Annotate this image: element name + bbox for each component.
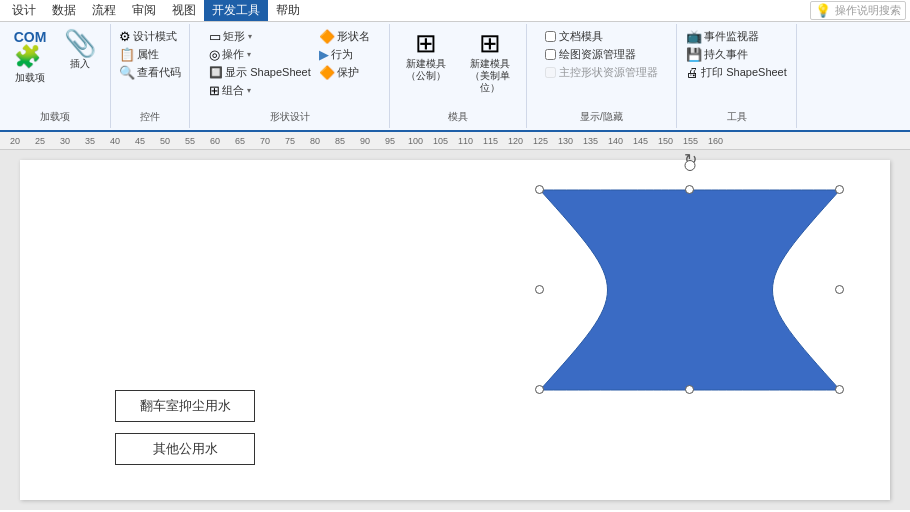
textbox-2[interactable]: 其他公用水 bbox=[115, 433, 255, 465]
protect-label: 保护 bbox=[337, 65, 359, 80]
ruler-tick: 60 bbox=[210, 136, 220, 146]
group-addin: COM🧩 加载项 📎 插入 加载项 bbox=[0, 24, 111, 128]
group-button[interactable]: ⊞ 组合 ▾ bbox=[207, 82, 313, 99]
menu-search[interactable]: 💡 操作说明搜索 bbox=[810, 1, 906, 20]
menu-design[interactable]: 设计 bbox=[4, 0, 44, 21]
handle-tr[interactable] bbox=[835, 185, 844, 194]
group-label: 组合 bbox=[222, 83, 244, 98]
doc-stencil-checkbox-row[interactable]: 文档模具 bbox=[545, 28, 658, 45]
menu-view[interactable]: 视图 bbox=[164, 0, 204, 21]
rect-icon: ▭ bbox=[209, 29, 221, 44]
ruler-tick: 130 bbox=[558, 136, 573, 146]
rect-button[interactable]: ▭ 矩形 ▾ bbox=[207, 28, 313, 45]
com-addin-button[interactable]: COM🧩 加载项 bbox=[6, 28, 54, 86]
addin-content: COM🧩 加载项 📎 插入 bbox=[6, 28, 104, 108]
ruler-tick: 20 bbox=[10, 136, 20, 146]
event-monitor-icon: 📺 bbox=[686, 29, 702, 44]
ruler-tick: 145 bbox=[633, 136, 648, 146]
menu-flow[interactable]: 流程 bbox=[84, 0, 124, 21]
group-tools: 📺 事件监视器 💾 持久事件 🖨 打印 ShapeSheet 工具 bbox=[677, 24, 797, 128]
ruler-tick: 50 bbox=[160, 136, 170, 146]
shape-container[interactable]: ↻ bbox=[530, 180, 850, 400]
textbox-1[interactable]: 翻车室抑尘用水 bbox=[115, 390, 255, 422]
handle-tm[interactable] bbox=[685, 185, 694, 194]
ruler-tick: 65 bbox=[235, 136, 245, 146]
controls-content: ⚙ 设计模式 📋 属性 🔍 查看代码 bbox=[117, 28, 183, 108]
menu-help[interactable]: 帮助 bbox=[268, 0, 308, 21]
display-shapesheet-icon: 🔲 bbox=[209, 66, 223, 79]
com-addin-label: 加载项 bbox=[15, 72, 45, 84]
print-shapesheet-button[interactable]: 🖨 打印 ShapeSheet bbox=[684, 64, 789, 81]
group-stencils: ⊞ 新建模具（公制） ⊞ 新建模具（美制单位） 模具 bbox=[390, 24, 527, 128]
menu-data[interactable]: 数据 bbox=[44, 0, 84, 21]
insert-label: 插入 bbox=[70, 58, 90, 70]
behavior-button[interactable]: ▶ 行为 bbox=[317, 46, 372, 63]
print-shapesheet-icon: 🖨 bbox=[686, 65, 699, 80]
shapename-label: 形状名 bbox=[337, 29, 370, 44]
ruler-tick: 150 bbox=[658, 136, 673, 146]
shapedesign-col2: 🔶 形状名 ▶ 行为 🔶 保护 bbox=[317, 28, 372, 81]
design-mode-button[interactable]: ⚙ 设计模式 bbox=[117, 28, 183, 45]
ruler-tick: 25 bbox=[35, 136, 45, 146]
event-monitor-button[interactable]: 📺 事件监视器 bbox=[684, 28, 789, 45]
operation-icon: ◎ bbox=[209, 47, 220, 62]
tools-group-label: 工具 bbox=[727, 110, 747, 126]
group-icon: ⊞ bbox=[209, 83, 220, 98]
handle-mr[interactable] bbox=[835, 285, 844, 294]
persistent-events-button[interactable]: 💾 持久事件 bbox=[684, 46, 789, 63]
display-shapesheet-button[interactable]: 🔲 显示 ShapeSheet bbox=[207, 64, 313, 81]
event-monitor-label: 事件监视器 bbox=[704, 29, 759, 44]
operation-arrow: ▾ bbox=[247, 50, 251, 59]
insert-icon: 📎 bbox=[64, 30, 96, 56]
drawing-explorer-checkbox[interactable] bbox=[545, 49, 556, 60]
handle-bl[interactable] bbox=[535, 385, 544, 394]
behavior-label: 行为 bbox=[331, 47, 353, 62]
menu-devtools[interactable]: 开发工具 bbox=[204, 0, 268, 21]
ruler-tick: 30 bbox=[60, 136, 70, 146]
doc-stencil-checkbox[interactable] bbox=[545, 31, 556, 42]
doc-stencil-label: 文档模具 bbox=[559, 29, 603, 44]
master-shapes-label: 主控形状资源管理器 bbox=[559, 65, 658, 80]
rect-arrow: ▾ bbox=[248, 32, 252, 41]
shapedesign-content: ▭ 矩形 ▾ ◎ 操作 ▾ 🔲 显示 ShapeSheet ⊞ 组合 ▾ bbox=[207, 28, 372, 108]
shapename-icon: 🔶 bbox=[319, 29, 335, 44]
menu-review[interactable]: 审阅 bbox=[124, 0, 164, 21]
persistent-events-icon: 💾 bbox=[686, 47, 702, 62]
display-shapesheet-label: 显示 ShapeSheet bbox=[225, 65, 311, 80]
handle-ml[interactable] bbox=[535, 285, 544, 294]
properties-label: 属性 bbox=[137, 47, 159, 62]
showhide-col: 文档模具 绘图资源管理器 主控形状资源管理器 bbox=[545, 28, 658, 81]
master-shapes-checkbox[interactable] bbox=[545, 67, 556, 78]
group-shapedesign: ▭ 矩形 ▾ ◎ 操作 ▾ 🔲 显示 ShapeSheet ⊞ 组合 ▾ bbox=[190, 24, 390, 128]
ruler-tick: 35 bbox=[85, 136, 95, 146]
handle-tl[interactable] bbox=[535, 185, 544, 194]
handle-bm[interactable] bbox=[685, 385, 694, 394]
ruler-tick: 155 bbox=[683, 136, 698, 146]
rotate-handle[interactable] bbox=[685, 160, 696, 171]
master-shapes-checkbox-row[interactable]: 主控形状资源管理器 bbox=[545, 64, 658, 81]
ruler-tick: 135 bbox=[583, 136, 598, 146]
search-placeholder: 操作说明搜索 bbox=[835, 3, 901, 18]
properties-button[interactable]: 📋 属性 bbox=[117, 46, 183, 63]
ruler-tick: 110 bbox=[458, 136, 473, 146]
group-arrow: ▾ bbox=[247, 86, 251, 95]
properties-icon: 📋 bbox=[119, 47, 135, 62]
protect-button[interactable]: 🔶 保护 bbox=[317, 64, 372, 81]
new-stencil-metric-button[interactable]: ⊞ 新建模具（公制） bbox=[396, 28, 456, 84]
ruler-tick: 85 bbox=[335, 136, 345, 146]
menu-bar: 设计 数据 流程 审阅 视图 开发工具 帮助 💡 操作说明搜索 bbox=[0, 0, 910, 22]
design-mode-label: 设计模式 bbox=[133, 29, 177, 44]
ruler-tick: 125 bbox=[533, 136, 548, 146]
handle-br[interactable] bbox=[835, 385, 844, 394]
drawing-explorer-label: 绘图资源管理器 bbox=[559, 47, 636, 62]
new-stencil-us-button[interactable]: ⊞ 新建模具（美制单位） bbox=[460, 28, 520, 96]
insert-button[interactable]: 📎 插入 bbox=[56, 28, 104, 72]
ruler-tick: 90 bbox=[360, 136, 370, 146]
drawing-explorer-checkbox-row[interactable]: 绘图资源管理器 bbox=[545, 46, 658, 63]
ruler-tick: 80 bbox=[310, 136, 320, 146]
operation-label: 操作 bbox=[222, 47, 244, 62]
shapename-button[interactable]: 🔶 形状名 bbox=[317, 28, 372, 45]
view-code-button[interactable]: 🔍 查看代码 bbox=[117, 64, 183, 81]
shapedesign-group-label: 形状设计 bbox=[270, 110, 310, 126]
operation-button[interactable]: ◎ 操作 ▾ bbox=[207, 46, 313, 63]
